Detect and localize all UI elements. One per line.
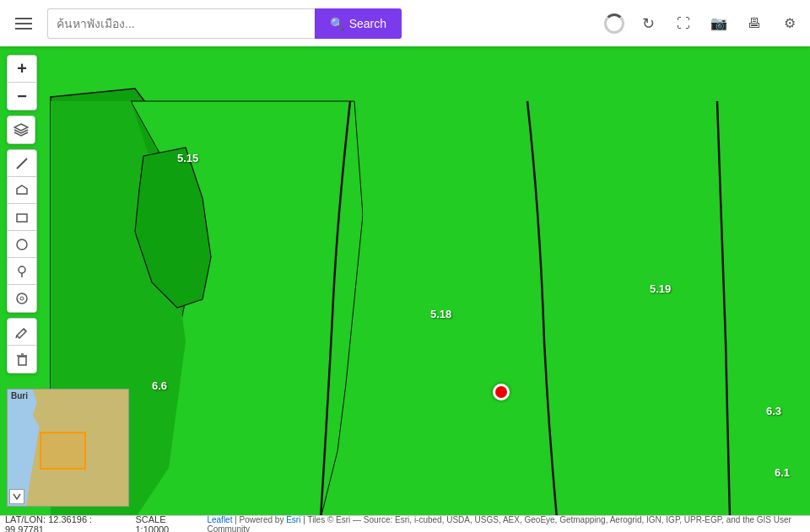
draw-line-icon xyxy=(15,157,29,170)
header: 🔍 Search ↻ ⛶ 📷 🖶 ⚙ xyxy=(0,0,810,46)
mini-map-label: Buri xyxy=(11,391,28,400)
edit-icon xyxy=(15,325,29,339)
status-bar: LAT/LON: 12.36196 : 99.97781 SCALE 1:100… xyxy=(0,515,810,532)
menu-button[interactable] xyxy=(8,8,39,39)
zoom-in-button[interactable]: + xyxy=(8,56,36,83)
delete-button[interactable] xyxy=(8,346,36,373)
draw-marker-icon xyxy=(15,265,29,278)
attribution: Leaflet | Powered by Esri | Tiles © Esri… xyxy=(207,515,805,533)
hamburger-line xyxy=(15,18,32,19)
svg-marker-0 xyxy=(14,124,28,131)
mini-map-collapse[interactable] xyxy=(9,489,24,504)
edit-button[interactable] xyxy=(8,319,36,346)
svg-line-9 xyxy=(24,329,26,331)
search-icon: 🔍 xyxy=(330,17,344,30)
map-label-515: 5.15 xyxy=(177,152,198,164)
fullscreen-button[interactable]: ⛶ xyxy=(672,12,695,35)
svg-line-10 xyxy=(16,336,17,338)
map-label-519: 5.19 xyxy=(650,282,671,295)
hamburger-line xyxy=(15,28,32,30)
hamburger-line xyxy=(15,23,32,24)
map-label-66: 6.6 xyxy=(152,379,167,392)
mini-map-inner: Buri xyxy=(8,390,128,506)
zoom-controls: + − xyxy=(7,55,37,110)
loading-spinner xyxy=(604,13,624,34)
draw-ring-icon xyxy=(15,292,29,305)
draw-line-button[interactable] xyxy=(8,150,36,177)
delete-icon xyxy=(15,352,29,366)
draw-tools xyxy=(7,149,37,313)
draw-marker-button[interactable] xyxy=(8,258,36,285)
svg-rect-11 xyxy=(19,357,26,365)
svg-line-1 xyxy=(17,159,27,169)
svg-marker-2 xyxy=(17,185,27,194)
draw-polygon-button[interactable] xyxy=(8,177,36,204)
draw-ring-button[interactable] xyxy=(8,285,36,312)
search-button-label: Search xyxy=(349,17,386,30)
draw-polygon-icon xyxy=(15,184,29,197)
draw-circle-button[interactable] xyxy=(8,231,36,258)
print-button[interactable]: 🖶 xyxy=(742,12,766,35)
search-input[interactable] xyxy=(47,8,315,39)
camera-button[interactable]: 📷 xyxy=(707,12,731,35)
leaflet-link[interactable]: Leaflet xyxy=(207,515,232,524)
search-button[interactable]: 🔍 Search xyxy=(315,8,402,39)
mini-map: Buri xyxy=(7,389,129,507)
header-right: ↻ ⛶ 📷 🖶 ⚙ xyxy=(604,12,802,35)
lat-lon: LAT/LON: 12.36196 : 99.97781 xyxy=(5,514,127,533)
refresh-button[interactable]: ↻ xyxy=(636,12,660,35)
svg-point-5 xyxy=(19,266,25,273)
svg-point-8 xyxy=(20,297,24,300)
draw-rect-icon xyxy=(15,211,29,224)
location-marker[interactable] xyxy=(493,384,510,400)
scale: SCALE 1:10000 xyxy=(135,514,198,533)
esri-link[interactable]: Esri xyxy=(286,515,300,524)
map-label-518: 5.18 xyxy=(430,308,451,320)
map-label-63: 6.3 xyxy=(766,405,781,417)
search-container: 🔍 Search xyxy=(47,8,402,39)
mini-map-viewport xyxy=(40,432,86,470)
layers-icon xyxy=(14,123,29,137)
settings-button[interactable]: ⚙ xyxy=(778,12,802,35)
edit-tools xyxy=(7,318,37,373)
draw-rect-button[interactable] xyxy=(8,204,36,231)
left-panel: + − xyxy=(7,55,37,373)
zoom-out-button[interactable]: − xyxy=(8,83,36,110)
svg-point-4 xyxy=(17,239,27,250)
draw-circle-icon xyxy=(15,238,29,251)
svg-point-7 xyxy=(17,293,27,304)
layers-button[interactable] xyxy=(7,116,35,144)
svg-rect-3 xyxy=(17,214,27,222)
map-label-61: 6.1 xyxy=(775,466,790,479)
collapse-icon xyxy=(12,492,22,501)
